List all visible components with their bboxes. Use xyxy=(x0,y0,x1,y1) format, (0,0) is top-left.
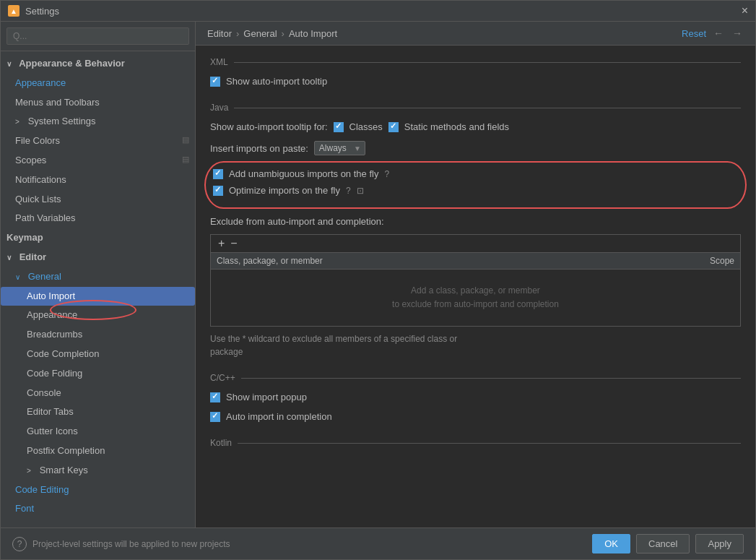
expand-arrow: ∨ xyxy=(6,59,17,70)
add-exclude-button[interactable]: + xyxy=(217,238,226,249)
dialog-title: Settings xyxy=(25,6,736,17)
java-paste-select-wrapper: Always Ask Never ▼ xyxy=(314,141,365,155)
xml-tooltip-row: Show auto-import tooltip xyxy=(210,74,741,88)
main-content: Editor › General › Auto Import Reset ← →… xyxy=(196,22,755,527)
java-static-checkbox[interactable] xyxy=(388,122,399,132)
sidebar-item-scopes[interactable]: Scopes ▤ xyxy=(1,151,195,171)
exclude-toolbar: + − xyxy=(211,235,740,253)
sidebar-item-code-completion[interactable]: Code Completion xyxy=(1,345,195,364)
search-box xyxy=(1,22,195,51)
java-optimize-label: Optimize imports on the fly xyxy=(229,185,340,196)
java-paste-row: Insert imports on paste: Always Ask Neve… xyxy=(210,139,741,157)
cpp-popup-checkbox[interactable] xyxy=(210,392,220,402)
sidebar-item-quick-lists[interactable]: Quick Lists xyxy=(1,190,195,210)
java-optimize-row: Optimize imports on the fly ? ⊡ xyxy=(213,184,738,197)
help-button[interactable]: ? xyxy=(12,537,27,551)
breadcrumb-general: General xyxy=(243,28,277,39)
forward-button[interactable]: → xyxy=(731,27,744,39)
sidebar: ∨ Appearance & Behavior Appearance Menus… xyxy=(1,22,196,527)
breadcrumb-auto-import: Auto Import xyxy=(289,28,337,39)
remove-exclude-button[interactable]: − xyxy=(229,238,238,249)
apply-button[interactable]: Apply xyxy=(695,534,744,553)
java-unambiguous-checkbox[interactable] xyxy=(213,169,223,179)
back-button[interactable]: ← xyxy=(712,27,725,39)
sidebar-item-menus-toolbars[interactable]: Menus and Toolbars xyxy=(1,93,195,113)
cpp-auto-row: Auto import in completion xyxy=(210,410,741,423)
sidebar-item-appearance-editor[interactable]: Appearance xyxy=(1,306,195,325)
dialog-footer: ? Project-level settings will be applied… xyxy=(1,527,755,559)
sidebar-item-breadcrumbs[interactable]: Breadcrumbs xyxy=(1,325,195,345)
java-classes-checkbox[interactable] xyxy=(334,122,344,132)
sidebar-item-code-editing[interactable]: Code Editing xyxy=(1,481,195,500)
expand-arrow-smart: > xyxy=(27,465,37,477)
unambiguous-help-icon[interactable]: ? xyxy=(384,169,389,179)
java-paste-select[interactable]: Always Ask Never xyxy=(314,141,365,155)
xml-tooltip-checkbox[interactable] xyxy=(210,77,220,87)
expand-arrow-sys: > xyxy=(15,116,25,128)
exclude-col2: Scope xyxy=(710,256,734,266)
sidebar-item-keymap[interactable]: Keymap xyxy=(1,228,195,248)
sidebar-item-code-folding[interactable]: Code Folding xyxy=(1,364,195,384)
breadcrumb-sep2: › xyxy=(282,28,284,39)
dialog-body: ∨ Appearance & Behavior Appearance Menus… xyxy=(1,22,755,527)
java-tooltip-row: Show auto-import tooltip for: Classes St… xyxy=(210,120,741,134)
sidebar-item-notifications[interactable]: Notifications xyxy=(1,171,195,190)
title-bar: ▲ Settings × xyxy=(1,1,755,22)
optimize-help-icon[interactable]: ? xyxy=(346,186,351,196)
sidebar-item-appearance-behavior[interactable]: ∨ Appearance & Behavior xyxy=(1,54,195,74)
sidebar-item-gutter-icons[interactable]: Gutter Icons xyxy=(1,422,195,441)
java-unambiguous-label: Add unambiguous imports on the fly xyxy=(229,168,378,179)
xml-tooltip-label: Show auto-import tooltip xyxy=(226,76,327,87)
exclude-col1: Class, package, or member xyxy=(217,256,323,266)
sidebar-item-editor[interactable]: ∨ Editor xyxy=(1,248,195,267)
cancel-button[interactable]: Cancel xyxy=(636,534,690,553)
exclude-title-row: Exclude from auto-import and completion: xyxy=(210,215,741,228)
exclude-placeholder: Add a class, package, or member to exclu… xyxy=(392,284,559,311)
java-unambiguous-row: Add unambiguous imports on the fly ? xyxy=(213,167,738,181)
cpp-auto-checkbox[interactable] xyxy=(210,412,220,422)
sidebar-item-font[interactable]: Font xyxy=(1,499,195,519)
sidebar-tree: ∨ Appearance & Behavior Appearance Menus… xyxy=(1,51,195,527)
java-static-label: Static methods and fields xyxy=(404,121,509,132)
breadcrumb-editor: Editor xyxy=(207,28,232,39)
content-scroll: XML Show auto-import tooltip Java Show a… xyxy=(196,46,755,527)
java-paste-label: Insert imports on paste: xyxy=(210,143,308,154)
breadcrumb-actions: Reset ← → xyxy=(682,27,744,39)
app-icon: ▲ xyxy=(8,5,19,17)
wildcard-note: Use the * wildcard to exclude all member… xyxy=(210,332,741,358)
sidebar-item-console[interactable]: Console xyxy=(1,384,195,403)
java-optimize-checkbox[interactable] xyxy=(213,186,223,196)
reset-button[interactable]: Reset xyxy=(682,28,706,39)
exclude-title: Exclude from auto-import and completion: xyxy=(210,216,384,227)
cpp-popup-row: Show import popup xyxy=(210,390,741,404)
cpp-auto-label: Auto import in completion xyxy=(226,411,332,422)
search-input[interactable] xyxy=(6,27,189,45)
sidebar-item-postfix-completion[interactable]: Postfix Completion xyxy=(1,441,195,461)
sidebar-item-appearance[interactable]: Appearance xyxy=(1,74,195,93)
exclude-section: + − Class, package, or member Scope Add … xyxy=(210,234,741,327)
java-classes-label: Classes xyxy=(349,121,383,132)
sidebar-item-system-settings[interactable]: > System Settings xyxy=(1,112,195,132)
exclude-body: Add a class, package, or member to exclu… xyxy=(211,270,740,326)
cpp-section-title: C/C++ xyxy=(210,373,741,383)
sidebar-item-general[interactable]: ∨ General xyxy=(1,267,195,287)
settings-dialog: ▲ Settings × ∨ Appearance & Behavior App… xyxy=(0,0,756,560)
sidebar-item-file-colors[interactable]: File Colors ▤ xyxy=(1,132,195,151)
sidebar-item-editor-tabs[interactable]: Editor Tabs xyxy=(1,402,195,422)
sidebar-item-smart-keys[interactable]: > Smart Keys xyxy=(1,461,195,481)
java-tooltip-label: Show auto-import tooltip for: xyxy=(210,121,328,132)
sidebar-item-path-variables[interactable]: Path Variables xyxy=(1,209,195,228)
ok-button[interactable]: OK xyxy=(592,534,630,553)
sidebar-item-auto-import[interactable]: Auto Import xyxy=(1,287,195,306)
scopes-icon: ▤ xyxy=(182,153,189,166)
breadcrumb-bar: Editor › General › Auto Import Reset ← → xyxy=(196,22,755,46)
exclude-header: Class, package, or member Scope xyxy=(211,253,740,270)
kotlin-section: Kotlin xyxy=(210,438,741,448)
xml-section: XML Show auto-import tooltip xyxy=(210,57,741,88)
optimize-link-icon[interactable]: ⊡ xyxy=(357,186,364,196)
footer-note: Project-level settings will be applied t… xyxy=(32,539,586,549)
close-button[interactable]: × xyxy=(742,5,748,17)
expand-arrow-general: ∨ xyxy=(15,272,25,283)
cpp-section: C/C++ Show import popup Auto import in c… xyxy=(210,373,741,423)
xml-section-title: XML xyxy=(210,57,741,67)
